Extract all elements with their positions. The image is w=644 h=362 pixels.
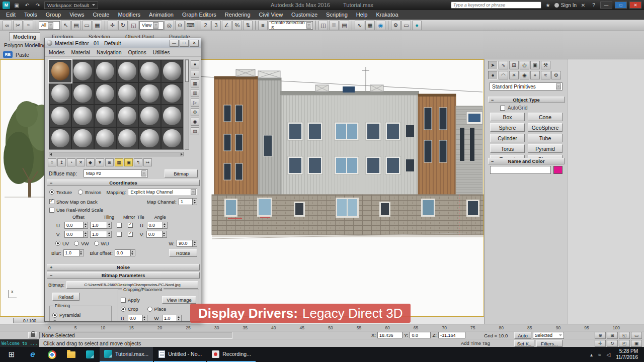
pan-icon[interactable]: ✛ [595, 340, 606, 347]
reset-map-icon[interactable]: ✕ [76, 158, 85, 166]
sample-slot[interactable] [94, 105, 116, 127]
create-selection-set-dropdown[interactable]: Create Selection S [269, 21, 313, 30]
layer-manager-icon[interactable]: ▤ [340, 21, 349, 30]
x-coord-field[interactable]: 18.436 [377, 332, 403, 338]
summed-area-radio[interactable] [52, 320, 57, 322]
sample-slot[interactable] [116, 82, 138, 105]
taskbar-task-notepad[interactable]: Untitled - No... [154, 347, 206, 362]
close-icon[interactable]: ✕ [190, 40, 199, 47]
maximize-button[interactable]: □ [615, 2, 627, 9]
sample-slot[interactable] [94, 82, 116, 105]
add-time-tag[interactable]: Add Time Tag [461, 340, 490, 346]
blur-spinner[interactable]: 1.0 [63, 249, 84, 256]
close-small-icon[interactable]: ✕ [579, 1, 587, 9]
systems-category-icon[interactable]: ⚙ [551, 71, 561, 79]
menu-graph-editors[interactable]: Graph Editors [182, 12, 216, 18]
wu-radio[interactable] [94, 241, 99, 246]
render-production-icon[interactable]: ● [412, 21, 422, 30]
file-explorer-icon[interactable] [61, 347, 80, 362]
z-coord-field[interactable]: -31.164 [438, 332, 465, 338]
use-real-world-scale-checkbox[interactable] [49, 208, 54, 213]
zoom-extents-icon[interactable]: ◱ [619, 332, 630, 339]
select-and-manipulate-icon[interactable]: ⊙ [175, 21, 185, 30]
selection-set-key-dropdown[interactable]: Selected [533, 332, 564, 339]
display-tab-icon[interactable]: ▣ [530, 61, 540, 69]
select-and-scale-icon[interactable]: ◱ [129, 21, 138, 30]
speaker-icon[interactable]: ◁ [607, 352, 611, 357]
keyboard-shortcut-override-icon[interactable]: ⌨ [186, 21, 195, 30]
chrome-browser-icon[interactable] [42, 347, 61, 362]
save-icon[interactable]: ▣ [13, 1, 21, 9]
sample-slot[interactable] [71, 82, 94, 105]
hierarchy-tab-icon[interactable]: ⊞ [509, 61, 519, 69]
object-type-rollout-header[interactable]: −Object Type [488, 97, 565, 103]
coordinates-rollout-header[interactable]: −Coordinates [47, 179, 200, 186]
rectangular-selection-icon[interactable]: ▭ [82, 21, 92, 30]
menu-civil-view[interactable]: Civil View [259, 12, 283, 18]
app-icon[interactable]: M [3, 2, 10, 9]
select-and-rotate-icon[interactable]: ↻ [118, 21, 128, 30]
select-by-material-icon[interactable]: ◉ [191, 118, 199, 126]
options-gear-icon[interactable]: ⚙ [191, 108, 199, 116]
view-image-button[interactable]: View Image [162, 296, 196, 304]
cameras-category-icon[interactable]: ◉ [520, 71, 529, 79]
sign-in-button[interactable]: Sign In [554, 3, 577, 8]
v-angle-spinner[interactable]: 0.0 [146, 231, 167, 238]
sample-slot[interactable] [161, 105, 183, 127]
torus-button[interactable]: Torus [490, 144, 525, 153]
crop-u-spinner[interactable]: 0.0 [128, 315, 147, 322]
3ds-max-pinned-icon[interactable] [80, 347, 100, 362]
track-bar[interactable]: 0 5 10 15 20 25 30 35 40 45 50 55 60 65 … [0, 324, 644, 331]
blur-offset-spinner[interactable]: 0.0 [115, 249, 135, 256]
menu-krakatoa[interactable]: Krakatoa [376, 12, 398, 18]
menu-help[interactable]: Help [356, 12, 368, 18]
show-hidden-icons-icon[interactable]: ▴ [590, 352, 593, 357]
get-material-icon[interactable]: ○ [48, 158, 56, 166]
sample-slot[interactable] [49, 105, 71, 127]
select-object-icon[interactable]: ↖ [61, 21, 70, 30]
angle-snap-icon[interactable]: ∠ [222, 21, 231, 30]
sample-slot[interactable] [161, 82, 183, 105]
scroll-right-icon[interactable] [181, 153, 183, 156]
sample-slot[interactable] [138, 60, 160, 82]
crop-w-spinner[interactable]: 1.0 [162, 315, 182, 322]
schematic-view-icon[interactable]: ▦ [365, 21, 375, 30]
place-radio[interactable] [147, 307, 152, 312]
apply-checkbox[interactable] [121, 298, 126, 303]
video-color-check-icon[interactable]: ▷ [191, 99, 199, 107]
help-icon[interactable]: ? [590, 1, 598, 9]
sample-slot[interactable] [94, 127, 116, 150]
bitmap-parameters-rollout-header[interactable]: −Bitmap Parameters [47, 272, 200, 279]
put-material-to-scene-icon[interactable]: ↥ [57, 158, 66, 166]
taskbar-clock[interactable]: 5:28 PM11/7/2016 [616, 348, 638, 361]
map-channel-spinner[interactable]: 1 [179, 198, 197, 205]
vw-radio[interactable] [74, 241, 79, 246]
sample-slot[interactable] [71, 105, 94, 127]
menu-views[interactable]: Views [69, 12, 84, 18]
geometry-category-icon[interactable]: ● [488, 71, 498, 79]
menu-edit[interactable]: Edit [6, 12, 16, 18]
maximize-icon[interactable]: □ [180, 40, 189, 47]
taskbar-task-recording[interactable]: Recording... [207, 347, 256, 362]
menu-material[interactable]: Material [71, 49, 90, 55]
crop-radio[interactable] [121, 307, 126, 312]
y-coord-field[interactable]: 0.0 [410, 332, 431, 338]
time-slider-grip[interactable]: 0 / 100 [13, 318, 46, 323]
mapping-dropdown[interactable]: Explicit Map Channel [128, 188, 197, 196]
favorites-star-icon[interactable]: ★ [544, 1, 552, 9]
u-offset-spinner[interactable]: 0.0 [64, 222, 88, 229]
select-by-name-icon[interactable]: ▤ [71, 21, 81, 30]
key-filters-button[interactable]: Filters... [536, 340, 562, 347]
material-id-channel-icon[interactable]: ⊞ [105, 158, 114, 166]
unlink-selection-icon[interactable]: ✂ [13, 21, 23, 30]
show-map-in-viewport-icon[interactable]: ▦ [115, 158, 123, 166]
snap-toggle-2d-icon[interactable]: 2 [201, 21, 210, 30]
menu-scripting[interactable]: Scripting [326, 12, 348, 18]
backlight-icon[interactable]: ◐ [191, 70, 199, 78]
spinner-snap-icon[interactable]: ⇅ [243, 21, 253, 30]
select-and-link-icon[interactable]: ∞ [3, 21, 12, 30]
minimize-icon[interactable]: — [170, 40, 179, 47]
v-tiling-spinner[interactable]: 1.0 [90, 231, 112, 238]
sample-slot[interactable] [49, 60, 71, 82]
utilities-tab-icon[interactable]: ⚒ [541, 61, 550, 69]
